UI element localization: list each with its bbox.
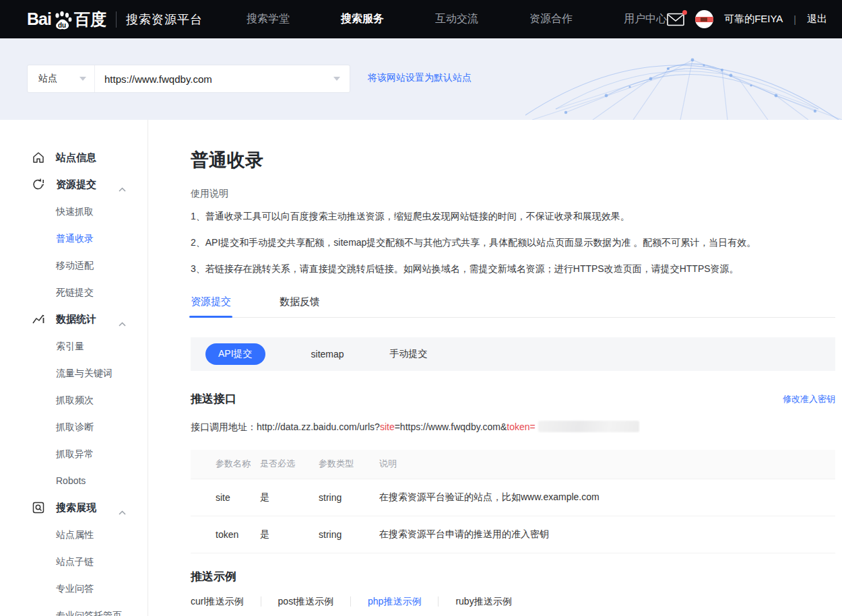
platform-name: 搜索资源平台 [126, 11, 203, 28]
divider [438, 596, 439, 607]
divider [261, 596, 261, 607]
stats-icon [32, 312, 45, 326]
notification-dot [682, 10, 687, 15]
col-header-description: 说明 [379, 450, 835, 479]
logo-text-cn: 百度 [74, 9, 106, 30]
api-address-label: 接口调用地址： [191, 421, 257, 432]
method-tab-sitemap[interactable]: sitemap [311, 349, 344, 360]
baidu-paw-icon: du [53, 9, 73, 30]
col-header-type: 参数类型 [319, 450, 379, 479]
nav-item-jiaoliu[interactable]: 互动交流 [435, 12, 478, 26]
api-param-token: token [507, 421, 529, 432]
logout-link[interactable]: 退出 [807, 13, 827, 26]
nav-item-hezuo[interactable]: 资源合作 [529, 12, 573, 26]
sidebar-item-fast-crawl[interactable]: 快速抓取 [0, 198, 148, 225]
api-url-base: http://data.zz.baidu.com/urls? [257, 421, 380, 432]
divider [350, 596, 351, 607]
col-header-required: 是否必选 [260, 450, 319, 479]
param-desc: 在搜索资源平台申请的推送用的准入密钥 [379, 516, 835, 553]
instruction-line-2: 2、API提交和手动提交共享配额，sitemap提交配额不与其他方式共享，具体配… [191, 232, 835, 252]
param-required: 是 [260, 516, 319, 553]
chevron-down-icon [333, 77, 340, 81]
site-url-dropdown[interactable]: https://www.fwqdby.com [95, 65, 350, 92]
username[interactable]: 可靠的FEIYA [724, 13, 783, 26]
example-links: curl推送示例 post推送示例 php推送示例 ruby推送示例 [191, 596, 835, 608]
site-banner: 站点 https://www.fwqdby.com 将该网站设置为默认站点 [0, 38, 842, 120]
param-type: string [319, 516, 379, 553]
set-default-site-link[interactable]: 将该网站设置为默认站点 [368, 72, 472, 84]
table-header-row: 参数名称 是否必选 参数类型 说明 [191, 450, 835, 479]
tab-resource-submit[interactable]: 资源提交 [191, 296, 231, 317]
col-header-param-name: 参数名称 [191, 450, 260, 479]
api-site-value: =https://www.fwqdby.com& [395, 421, 507, 432]
params-table: 参数名称 是否必选 参数类型 说明 site 是 string 在搜索资源平台验… [191, 450, 835, 553]
search-display-icon [32, 501, 45, 514]
nav-item-fuwu[interactable]: 搜索服务 [341, 12, 384, 26]
instruction-line-3: 3、若链接存在跳转关系，请直接提交跳转后链接。如网站换域名，需提交新域名资源；进… [191, 259, 835, 279]
example-link-curl[interactable]: curl推送示例 [191, 596, 244, 608]
table-row: site 是 string 在搜索资源平台验证的站点，比如www.example… [191, 479, 835, 516]
sidebar-item-crawl-diagnosis[interactable]: 抓取诊断 [0, 413, 148, 440]
chevron-up-icon [119, 317, 125, 321]
sidebar-item-site-info[interactable]: 站点信息 [0, 144, 148, 171]
modify-access-key-link[interactable]: 修改准入密钥 [783, 393, 835, 405]
logo-text-du: du [58, 22, 66, 29]
nav-item-yonghu[interactable]: 用户中心 [624, 12, 667, 26]
site-type-label: 站点 [38, 73, 57, 85]
method-tabs-bar: API提交 sitemap 手动提交 [191, 337, 835, 371]
param-type: string [319, 479, 379, 516]
home-icon [32, 151, 45, 164]
push-api-heading: 推送接口 [191, 391, 236, 407]
avatar[interactable] [695, 10, 713, 28]
param-name: site [191, 479, 260, 516]
top-header: Bai du 百度 搜索资源平台 搜索学堂 搜索服务 互动交流 资源合作 用户中… [0, 0, 842, 38]
api-param-site: site [380, 421, 395, 432]
sidebar: 站点信息 资源提交 快速抓取 普通收录 移动适配 死链提交 [0, 120, 148, 616]
sidebar-item-mobile-adapt[interactable]: 移动适配 [0, 252, 148, 279]
param-required: 是 [260, 479, 319, 516]
sidebar-item-traffic-keywords[interactable]: 流量与关键词 [0, 360, 148, 386]
top-nav: 搜索学堂 搜索服务 互动交流 资源合作 用户中心 [247, 12, 667, 26]
main-content: 普通收录 使用说明 1、普通收录工具可以向百度搜索主动推送资源，缩短爬虫发现网站… [148, 120, 842, 616]
chevron-up-icon [119, 506, 125, 510]
sidebar-item-site-sublinks[interactable]: 站点子链 [0, 548, 148, 575]
api-token-equals: = [530, 421, 536, 432]
mail-icon[interactable] [667, 13, 684, 26]
baidu-logo[interactable]: Bai du 百度 [27, 9, 106, 30]
method-tab-api[interactable]: API提交 [205, 343, 265, 365]
site-type-dropdown[interactable]: 站点 [28, 65, 95, 92]
push-example-heading: 推送示例 [191, 569, 835, 584]
nav-item-xuetang[interactable]: 搜索学堂 [247, 12, 290, 26]
table-row: token 是 string 在搜索资源平台申请的推送用的准入密钥 [191, 516, 835, 553]
sidebar-item-pro-qa[interactable]: 专业问答 [0, 575, 148, 602]
sidebar-item-pro-qa-hosted[interactable]: 专业问答托管页 [0, 602, 148, 616]
usage-label: 使用说明 [191, 188, 835, 200]
header-right: 可靠的FEIYA | 退出 [667, 10, 827, 28]
sidebar-item-site-attribute[interactable]: 站点属性 [0, 521, 148, 548]
logo-divider [116, 11, 117, 28]
site-url-value: https://www.fwqdby.com [104, 73, 212, 85]
sidebar-item-dead-link[interactable]: 死链提交 [0, 279, 148, 306]
tab-data-feedback[interactable]: 数据反馈 [280, 296, 320, 317]
content-tabs: 资源提交 数据反馈 [191, 296, 835, 318]
header-separator: | [794, 14, 796, 25]
method-tab-manual[interactable]: 手动提交 [390, 348, 428, 360]
example-link-php[interactable]: php推送示例 [368, 596, 421, 608]
param-desc: 在搜索资源平台验证的站点，比如www.example.com [379, 479, 835, 516]
page-title: 普通收录 [191, 148, 835, 172]
sidebar-item-robots[interactable]: Robots [0, 467, 148, 494]
sidebar-item-search-display[interactable]: 搜索展现 [0, 494, 148, 521]
token-redacted-value [538, 421, 639, 432]
globe-wireframe-graphic [525, 38, 842, 120]
example-link-ruby[interactable]: ruby推送示例 [455, 596, 511, 608]
sidebar-item-crawl-frequency[interactable]: 抓取频次 [0, 386, 148, 413]
site-selector: 站点 https://www.fwqdby.com [27, 65, 350, 93]
submit-icon [32, 178, 45, 191]
sidebar-item-data-stats[interactable]: 数据统计 [0, 306, 148, 333]
sidebar-item-normal-inclusion[interactable]: 普通收录 [0, 225, 148, 252]
sidebar-item-index-volume[interactable]: 索引量 [0, 333, 148, 360]
example-link-post[interactable]: post推送示例 [278, 596, 333, 608]
sidebar-item-crawl-error[interactable]: 抓取异常 [0, 440, 148, 467]
sidebar-item-resource-submit[interactable]: 资源提交 [0, 171, 148, 198]
chevron-up-icon [119, 182, 125, 186]
